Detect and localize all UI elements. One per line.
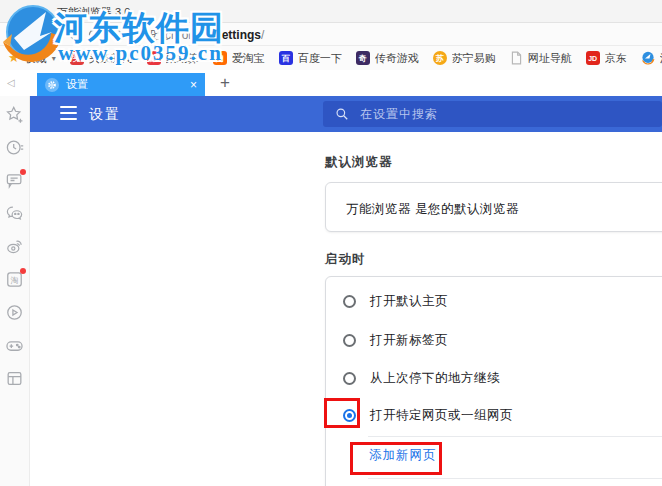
- bookmark-item[interactable]: JD 京东: [586, 51, 627, 66]
- divider: [368, 436, 662, 437]
- games-icon[interactable]: [5, 336, 24, 355]
- browser-window: 万能浏览器 3.0 ✓ 设置 chrome://settings/ ★ 收藏 ▾…: [0, 0, 662, 486]
- videos-icon[interactable]: [5, 303, 24, 322]
- search-icon: [335, 107, 349, 121]
- notification-badge: [20, 169, 26, 175]
- bookmark-item[interactable]: 头 头条新闻: [70, 51, 133, 66]
- bookmark-item[interactable]: 河东软件园-安全的绿: [641, 51, 662, 66]
- bookmark-item[interactable]: 聚 聚划算: [147, 51, 199, 66]
- bookmark-item[interactable]: 淘 爱淘宝: [213, 51, 265, 66]
- address-bar-url[interactable]: chrome://settings/: [165, 28, 264, 42]
- side-toolbar: 淘: [0, 96, 30, 486]
- radio-button[interactable]: [343, 334, 356, 347]
- home-icon[interactable]: [110, 27, 125, 42]
- radio-button[interactable]: [343, 372, 356, 385]
- document-favicon: [510, 51, 523, 65]
- tab-settings[interactable]: 设置 ×: [37, 73, 205, 96]
- messages-icon[interactable]: [5, 171, 24, 190]
- taobao-icon[interactable]: 淘: [5, 270, 24, 289]
- tab-strip: ◁ 设置 × +: [0, 70, 662, 96]
- history-icon[interactable]: [5, 138, 24, 157]
- wechat-icon[interactable]: [5, 204, 24, 223]
- annotation-box-add-link: [350, 442, 442, 475]
- bookmark-item[interactable]: 奇 传奇游戏: [356, 51, 419, 66]
- startup-option-specific-pages[interactable]: 打开特定网页或一组网页: [343, 401, 513, 429]
- settings-title: 设置: [89, 106, 121, 124]
- favorites-menu[interactable]: ★ 收藏 ▾: [8, 51, 56, 66]
- favorites-label: 收藏: [25, 51, 47, 66]
- section-title-startup: 启动时: [325, 251, 366, 268]
- new-tab-button[interactable]: +: [220, 73, 230, 93]
- settings-header: 设置 在设置中搜索: [30, 96, 662, 132]
- settings-search-input[interactable]: 在设置中搜索: [323, 101, 662, 127]
- bookmark-item[interactable]: 百 百度一下: [279, 51, 342, 66]
- svg-text:淘: 淘: [11, 276, 19, 285]
- notification-badge: [20, 268, 26, 274]
- bookmark-favicon: 头: [70, 51, 84, 65]
- bookmark-item[interactable]: 苏 苏宁易购: [433, 51, 496, 66]
- bookmark-favicon: 苏: [433, 51, 447, 65]
- sidebar-collapse-icon[interactable]: ◁: [7, 77, 15, 88]
- startup-option-continue[interactable]: 从上次停下的地方继续: [343, 364, 500, 392]
- default-browser-status: 万能浏览器 是您的默认浏览器: [346, 201, 519, 218]
- favorites-star-icon: ★: [8, 51, 20, 65]
- settings-gear-icon: [45, 78, 59, 92]
- divider: [368, 478, 662, 479]
- default-browser-card: 万能浏览器 是您的默认浏览器: [325, 182, 662, 232]
- url-scheme: chrome://: [165, 28, 215, 42]
- add-bookmark-icon[interactable]: [5, 105, 24, 124]
- bookmark-favicon: 淘: [213, 51, 227, 65]
- startup-option-newtab[interactable]: 打开新标签页: [343, 326, 448, 354]
- window-title: 万能浏览器 3.0: [57, 5, 130, 20]
- tab-label: 设置: [66, 77, 183, 92]
- bookmark-favicon: 百: [279, 51, 293, 65]
- startup-option-homepage[interactable]: 打开默认主页: [343, 287, 448, 315]
- annotation-box-radio: [324, 398, 360, 428]
- window-titlebar: 万能浏览器 3.0: [0, 0, 662, 23]
- search-placeholder: 在设置中搜索: [360, 106, 438, 123]
- url-tail: /: [261, 28, 264, 42]
- chevron-down-icon: ▾: [52, 54, 56, 63]
- hedong-site-favicon: [641, 51, 655, 65]
- section-title-default-browser: 默认浏览器: [325, 154, 393, 171]
- refresh-icon[interactable]: [86, 27, 101, 42]
- reading-list-icon[interactable]: [5, 369, 24, 388]
- bookmark-favicon: 奇: [356, 51, 370, 65]
- bookmarks-bar: ★ 收藏 ▾ 头 头条新闻 聚 聚划算 淘 爱淘宝 百 百度一下 奇 传奇游戏 …: [0, 46, 662, 70]
- browser-toolbar: ✓ 设置 chrome://settings/: [0, 23, 662, 46]
- settings-content: 默认浏览器 万能浏览器 是您的默认浏览器 启动时 打开默认主页 打开新标签页 从…: [30, 132, 662, 486]
- url-host: settings: [215, 28, 261, 42]
- menu-icon[interactable]: [60, 106, 77, 120]
- radio-button[interactable]: [343, 295, 356, 308]
- bookmark-favicon: 聚: [147, 51, 161, 65]
- back-icon[interactable]: [64, 27, 79, 42]
- bookmark-item[interactable]: 网址导航: [510, 51, 572, 66]
- bookmark-favicon: JD: [586, 51, 600, 65]
- secure-site-icon[interactable]: ✓: [128, 28, 141, 41]
- weibo-icon[interactable]: [5, 237, 24, 256]
- close-tab-icon[interactable]: ×: [190, 79, 197, 91]
